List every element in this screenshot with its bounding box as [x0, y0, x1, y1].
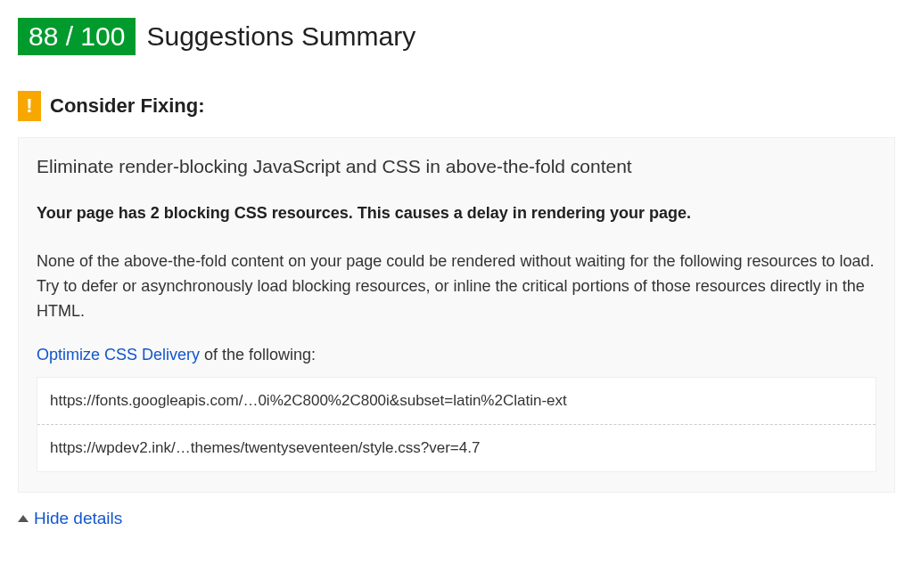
optimize-css-delivery-link[interactable]: Optimize CSS Delivery [37, 346, 200, 363]
warning-icon: ! [18, 91, 41, 121]
summary-title: Suggestions Summary [146, 21, 415, 52]
url-item: https://fonts.googleapis.com/…0i%2C800%2… [37, 378, 876, 424]
triangle-up-icon [18, 515, 29, 522]
url-item: https://wpdev2.ink/…themes/twentysevente… [37, 424, 876, 471]
section-heading-text: Consider Fixing: [50, 94, 205, 118]
explanation-text: None of the above-the-fold content on yo… [37, 249, 876, 324]
rule-title: Eliminate render-blocking JavaScript and… [37, 156, 876, 177]
score-badge: 88 / 100 [18, 18, 136, 55]
consider-fixing-heading: ! Consider Fixing: [18, 91, 895, 121]
optimize-line: Optimize CSS Delivery of the following: [37, 346, 876, 364]
impact-text: Your page has 2 blocking CSS resources. … [37, 202, 876, 225]
url-list: https://fonts.googleapis.com/…0i%2C800%2… [37, 377, 876, 472]
hide-details-toggle[interactable]: Hide details [18, 509, 895, 528]
summary-header: 88 / 100 Suggestions Summary [18, 18, 895, 55]
optimize-suffix: of the following: [200, 346, 316, 363]
details-panel: Eliminate render-blocking JavaScript and… [18, 137, 895, 493]
hide-details-label: Hide details [34, 509, 122, 528]
